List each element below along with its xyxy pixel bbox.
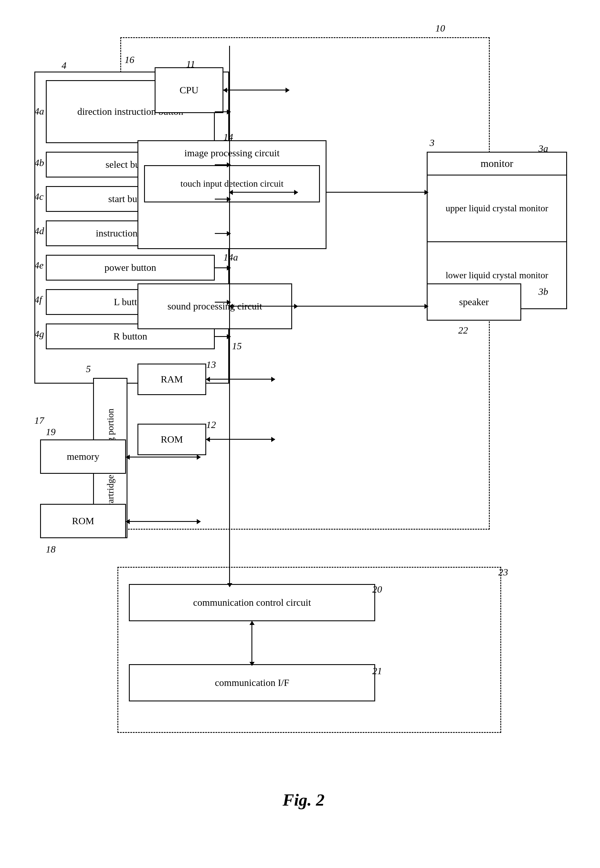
ref-12: 12: [206, 419, 216, 430]
ref-4e: 4e: [34, 260, 44, 271]
start-btn-arrow: [215, 199, 230, 200]
ref-19: 19: [46, 426, 56, 437]
cpu-box: CPU: [155, 67, 223, 113]
image-processing-circuit-label: image processing circuit: [138, 141, 326, 162]
touch-input-detection-circuit-box: touch input detection circuit: [144, 165, 320, 203]
ref-10: 10: [435, 23, 445, 34]
ref-14a: 14a: [223, 252, 238, 263]
speaker-label: speaker: [459, 296, 489, 308]
main-bus-vertical: [229, 46, 230, 573]
rom-internal-label: ROM: [161, 433, 183, 446]
ref-4f: 4f: [34, 294, 42, 305]
r-button-label: R button: [114, 330, 147, 343]
ref-4c: 4c: [34, 191, 44, 202]
ram-box: RAM: [138, 364, 206, 395]
ref-5: 5: [86, 364, 91, 375]
ref-18: 18: [46, 544, 56, 555]
bus-rom-arrow: [206, 439, 275, 440]
cpu-bus-arrow: [223, 89, 289, 91]
comm-ctrl-if-arrow: [252, 621, 252, 665]
ref-17: 17: [34, 415, 44, 426]
ref-15: 15: [232, 341, 242, 352]
cartridge-memory-arrow: [126, 457, 200, 457]
ref-23: 23: [498, 567, 508, 578]
ref-20: 20: [372, 584, 382, 595]
bus-sound-proc-arrow: [229, 306, 298, 307]
ref-14: 14: [223, 132, 233, 142]
memory-box: memory: [40, 439, 126, 474]
rom-external-box: ROM: [40, 504, 126, 538]
ref-3: 3: [430, 138, 435, 148]
power-button-box: power button: [46, 255, 215, 281]
ref-16: 16: [124, 54, 134, 65]
ref-4d: 4d: [34, 225, 44, 236]
power-button-label: power button: [105, 262, 156, 274]
ref-4a: 4a: [34, 106, 44, 117]
power-btn-arrow: [215, 268, 230, 268]
rom-internal-box: ROM: [138, 424, 206, 455]
speaker-box: speaker: [427, 283, 521, 321]
ref-4b: 4b: [34, 157, 44, 168]
cpu-label: CPU: [180, 84, 198, 97]
touch-input-detection-circuit-label: touch input detection circuit: [180, 178, 283, 190]
image-proc-monitor-arrow: [326, 192, 428, 193]
ref-3b: 3b: [538, 286, 548, 297]
l-btn-arrow: [215, 302, 230, 302]
ref-21: 21: [372, 665, 382, 676]
bus-comm-arrow: [229, 529, 230, 587]
communication-if-label: communication I/F: [215, 676, 289, 689]
communication-control-circuit-label: communication control circuit: [193, 596, 311, 609]
r-btn-arrow: [215, 336, 230, 337]
rom-external-label: ROM: [72, 515, 94, 527]
memory-label: memory: [67, 450, 99, 463]
communication-if-box: communication I/F: [129, 664, 375, 702]
bus-image-proc-arrow: [229, 192, 298, 193]
ref-22: 22: [458, 325, 468, 336]
diagram: 10 4 direction instruction button select…: [17, 17, 584, 847]
ref-4: 4: [62, 60, 67, 71]
ref-4g: 4g: [34, 329, 44, 340]
cartridge-rom-arrow: [126, 521, 200, 522]
communication-control-circuit-box: communication control circuit: [129, 584, 375, 621]
monitor-label: monitor: [427, 153, 566, 175]
instr-btn-arrow: [215, 233, 230, 234]
ref-13: 13: [206, 359, 216, 370]
dir-btn-arrow: [215, 111, 230, 112]
ram-label: RAM: [161, 373, 183, 386]
sel-btn-arrow: [215, 164, 230, 165]
sound-speaker-arrow: [292, 306, 428, 307]
figure-label: Fig. 2: [218, 790, 389, 810]
bus-ram-arrow: [206, 379, 275, 380]
ref-11: 11: [186, 59, 195, 70]
upper-liquid-crystal-monitor-label: upper liquid crystal monitor: [427, 175, 566, 242]
